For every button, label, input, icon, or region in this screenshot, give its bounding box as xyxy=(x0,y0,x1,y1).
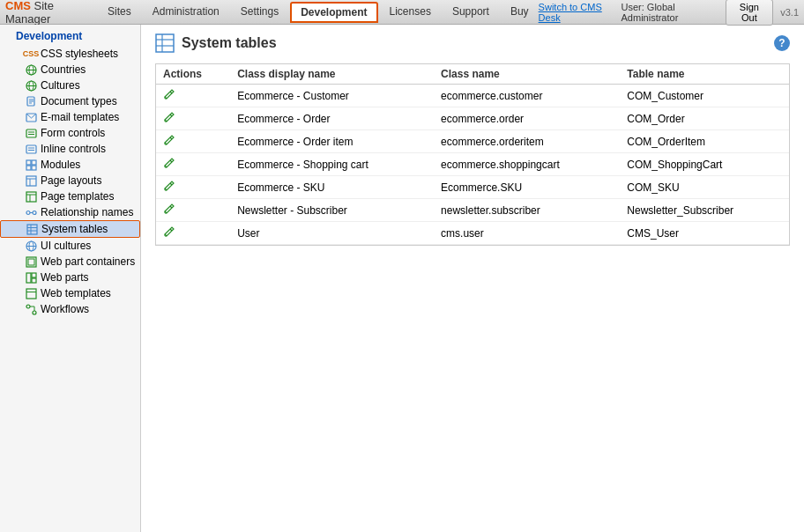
svg-rect-48 xyxy=(156,34,174,52)
svg-line-64 xyxy=(170,183,172,185)
col-header-table-name: Table name xyxy=(620,64,789,85)
sidebar-item-modules[interactable]: Modules xyxy=(0,157,140,173)
page-header: System tables ? xyxy=(155,33,790,53)
action-cell[interactable] xyxy=(156,199,230,222)
sidebar-item-web-templates[interactable]: Web templates xyxy=(0,285,140,301)
svg-rect-19 xyxy=(26,166,31,170)
sidebar-item-email-templates[interactable]: E-mail templates xyxy=(0,109,140,125)
edit-icon[interactable] xyxy=(163,181,175,195)
edit-icon[interactable] xyxy=(163,136,175,149)
svg-rect-40 xyxy=(32,273,36,277)
page-layouts-icon xyxy=(25,174,37,187)
system-tables-table: Actions Class display name Class name Ta… xyxy=(156,64,789,245)
sidebar-item-web-parts[interactable]: Web parts xyxy=(0,270,140,285)
edit-icon[interactable] xyxy=(163,204,175,218)
action-cell[interactable] xyxy=(156,222,230,245)
svg-point-45 xyxy=(33,311,36,314)
action-cell[interactable] xyxy=(156,85,230,107)
system-tables-container: Actions Class display name Class name Ta… xyxy=(155,63,790,246)
sidebar-item-relationship-names[interactable]: Relationship names xyxy=(0,204,140,220)
main-layout: Development CSS CSS stylesheets Countrie… xyxy=(0,25,804,532)
sign-out-button[interactable]: Sign Out xyxy=(726,0,774,26)
tab-sites[interactable]: Sites xyxy=(98,2,141,23)
svg-rect-41 xyxy=(32,278,36,283)
edit-icon[interactable] xyxy=(163,227,175,240)
version-label: v3.1 xyxy=(780,7,799,18)
sidebar-item-page-layouts[interactable]: Page layouts xyxy=(0,173,140,188)
svg-rect-39 xyxy=(26,273,31,283)
sidebar-item-css-stylesheets[interactable]: CSS CSS stylesheets xyxy=(0,46,140,62)
svg-line-52 xyxy=(170,92,172,93)
top-navigation-bar: CMS Site Manager Sites Administration Se… xyxy=(0,0,804,25)
action-cell[interactable] xyxy=(156,153,230,176)
tab-development[interactable]: Development xyxy=(290,2,377,23)
tab-administration[interactable]: Administration xyxy=(143,2,229,23)
sidebar-label-inline-controls: Inline controls xyxy=(41,143,106,155)
svg-point-27 xyxy=(26,211,30,214)
action-cell[interactable] xyxy=(156,107,230,130)
table-row: Ecommerce - Order ecommerce.order COM_Or… xyxy=(156,107,789,130)
top-right-controls: Switch to CMS Desk User: Global Administ… xyxy=(539,0,799,26)
sidebar-item-cultures[interactable]: Cultures xyxy=(0,78,140,93)
sidebar-label-email-templates: E-mail templates xyxy=(41,111,119,123)
table-row: Ecommerce - Shopping cart ecommerce.shop… xyxy=(156,153,789,176)
content-area: System tables ? Actions Class display na… xyxy=(141,25,804,532)
sidebar-label-form-controls: Form controls xyxy=(41,127,105,139)
web-part-containers-icon xyxy=(25,255,37,268)
tab-licenses[interactable]: Licenses xyxy=(380,2,441,23)
table-name-cell: COM_SKU xyxy=(620,176,789,199)
action-cell[interactable] xyxy=(156,176,230,199)
class-name-cell: ecommerce.order xyxy=(434,107,620,130)
switch-to-cms-desk-link[interactable]: Switch to CMS Desk xyxy=(539,2,614,23)
svg-rect-24 xyxy=(26,192,36,202)
web-parts-icon xyxy=(25,271,37,284)
sidebar-item-ui-cultures[interactable]: UI cultures xyxy=(0,238,140,254)
sidebar-label-document-types: Document types xyxy=(41,95,117,107)
table-row: Ecommerce - Customer ecommerce.customer … xyxy=(156,85,789,107)
svg-rect-11 xyxy=(26,129,36,137)
svg-line-70 xyxy=(170,229,172,231)
table-name-cell: Newsletter_Subscriber xyxy=(620,199,789,222)
display-name-cell: Ecommerce - Order item xyxy=(230,130,434,153)
sidebar-title[interactable]: Development xyxy=(0,25,140,46)
class-name-cell: cms.user xyxy=(434,222,620,245)
cms-logo: CMS Site Manager xyxy=(5,0,91,26)
table-row: Ecommerce - SKU Ecommerce.SKU COM_SKU xyxy=(156,176,789,199)
document-types-icon xyxy=(25,95,37,107)
sidebar-label-web-templates: Web templates xyxy=(41,287,111,299)
svg-point-28 xyxy=(33,211,36,214)
sidebar-item-countries[interactable]: Countries xyxy=(0,62,140,78)
tab-support[interactable]: Support xyxy=(443,2,499,23)
page-title: System tables xyxy=(182,35,277,51)
page-header-icon xyxy=(155,33,175,53)
nav-tabs: Sites Administration Settings Developmen… xyxy=(98,2,539,23)
sidebar-item-form-controls[interactable]: Form controls xyxy=(0,125,140,141)
sidebar-label-web-parts: Web parts xyxy=(41,271,88,284)
modules-icon xyxy=(25,159,37,171)
sidebar-item-page-templates[interactable]: Page templates xyxy=(0,188,140,204)
css-icon: CSS xyxy=(25,48,37,60)
help-icon[interactable]: ? xyxy=(774,35,790,51)
display-name-cell: Newsletter - Subscriber xyxy=(230,199,434,222)
svg-rect-38 xyxy=(28,259,34,265)
form-controls-icon xyxy=(25,127,37,139)
sidebar-item-document-types[interactable]: Document types xyxy=(0,93,140,109)
sidebar-item-system-tables[interactable]: System tables xyxy=(0,220,140,238)
action-cell[interactable] xyxy=(156,130,230,153)
workflows-icon xyxy=(25,303,37,315)
sidebar-item-web-part-containers[interactable]: Web part containers xyxy=(0,254,140,270)
tab-settings[interactable]: Settings xyxy=(231,2,288,23)
col-header-class-name: Class name xyxy=(434,64,620,85)
sidebar-item-inline-controls[interactable]: Inline controls xyxy=(0,141,140,157)
edit-icon[interactable] xyxy=(163,113,175,126)
tab-buy[interactable]: Buy xyxy=(501,2,539,23)
cms-text: CMS xyxy=(5,0,31,12)
edit-icon[interactable] xyxy=(163,90,175,103)
sidebar-item-workflows[interactable]: Workflows xyxy=(0,301,140,317)
table-row: User cms.user CMS_User xyxy=(156,222,789,245)
svg-rect-20 xyxy=(32,166,36,170)
edit-icon[interactable] xyxy=(163,159,175,172)
sidebar-label-countries: Countries xyxy=(41,63,86,76)
svg-rect-17 xyxy=(26,160,31,165)
sidebar: Development CSS CSS stylesheets Countrie… xyxy=(0,25,141,532)
